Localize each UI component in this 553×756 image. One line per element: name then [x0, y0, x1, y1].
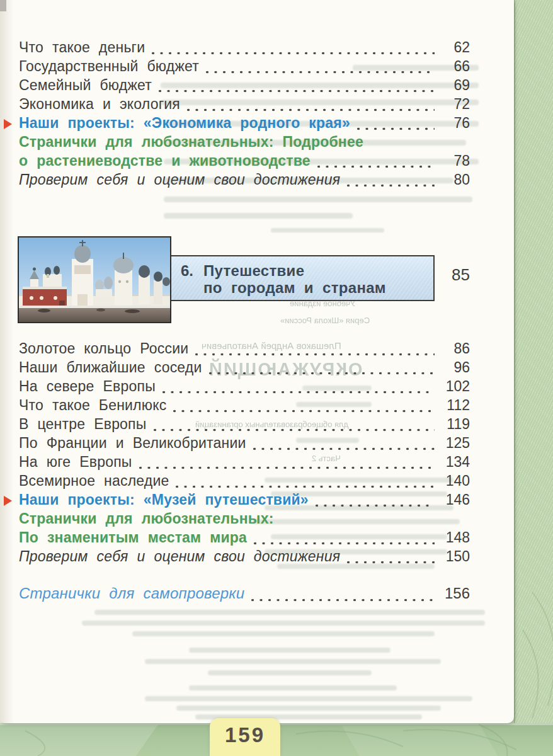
bleed-through-line: [82, 621, 485, 626]
toc-entry-row: о растениеводстве и животноводстве78: [19, 152, 470, 171]
bleed-through-line: [176, 706, 441, 711]
toc-entry-page: 62: [438, 39, 470, 56]
toc-entry-page: 80: [438, 171, 470, 188]
chapter-number: 6.: [181, 262, 203, 296]
bleed-through-line: [189, 648, 391, 653]
bleed-through-text: Серия «Школа России»: [280, 316, 370, 325]
dot-leader: [317, 164, 435, 169]
toc-entry-label: На юге Европы: [19, 454, 132, 471]
toc-section-1: Что такое деньги62Государственный бюджет…: [19, 39, 470, 190]
toc-entry-label: В центре Европы: [19, 416, 147, 433]
toc-entry-label: Семейный бюджет: [19, 77, 152, 94]
page-number: 159: [225, 723, 265, 747]
toc-section-2: Золотое кольцо России86Наши ближайшие со…: [19, 340, 470, 567]
dot-leader: [253, 541, 435, 546]
toc-entry-row: Наши ближайшие соседи96: [19, 359, 470, 378]
dot-leader: [158, 89, 435, 93]
chapter-title: Путешествие по городам и странам: [203, 262, 386, 296]
toc-entry-label: Наши ближайшие соседи: [19, 359, 202, 376]
toc-entry-row: В центре Европы119: [19, 416, 470, 435]
bleed-through-line: [208, 670, 372, 675]
scan-gutter-shade: [0, 0, 14, 723]
toc-entry-row: Семейный бюджет69: [19, 77, 470, 96]
dot-leader: [251, 598, 435, 602]
toc-entry-row: Наши проекты: «Экономика родного края»76: [19, 115, 470, 134]
dot-leader: [151, 51, 435, 55]
bleed-through-line: [132, 631, 435, 636]
bleed-through-line: [145, 659, 441, 664]
toc-entry-label: Всемирное наследие: [19, 472, 169, 490]
toc-entry-page: 148: [438, 529, 470, 546]
self-check-entry: Странички для самопроверки 156: [19, 585, 470, 605]
background-highlight: [0, 724, 158, 756]
green-background-strip: [514, 0, 553, 756]
dot-leader: [356, 127, 435, 131]
toc-entry-row: Проверим себя и оценим свои достижения15…: [19, 548, 470, 567]
toc-entry-page: 86: [438, 340, 470, 357]
toc-entry-row: На севере Европы102: [19, 378, 470, 397]
toc-entry-page: 119: [438, 416, 470, 433]
chapter-title-box: 6. Путешествие по городам и странам: [166, 255, 435, 301]
scanned-book-spread: Учебное издание Серия «Школа России» Пле…: [0, 0, 553, 756]
toc-entry-page: 112: [438, 397, 470, 414]
dot-leader: [346, 183, 435, 188]
red-arrow-marker: [4, 119, 12, 129]
dot-leader: [139, 466, 435, 470]
toc-entry-label: Проверим себя и оценим свои достижения: [19, 548, 340, 565]
toc-entry-label: Наши проекты: «Музей путешествий»: [19, 491, 309, 508]
toc-entry-page: 66: [438, 58, 470, 75]
toc-entry-page: 102: [438, 378, 470, 395]
toc-entry-label: Наши проекты: «Экономика родного края»: [19, 115, 350, 132]
toc-entry-row: Золотое кольцо России86: [19, 340, 470, 359]
toc-entry-row: Что такое Бенилюкс112: [19, 397, 470, 416]
toc-entry-page: 140: [438, 472, 470, 490]
toc-entry-row: Что такое деньги62: [19, 39, 470, 58]
toc-entry-label: Государственный бюджет: [19, 58, 199, 75]
dot-leader: [315, 503, 435, 508]
toc-entry-row: Странички для любознательных: Подробнее: [19, 134, 470, 152]
page-number-badge: 159: [210, 718, 280, 756]
dot-leader: [175, 484, 435, 489]
toc-entry-row: По Франции и Великобритании125: [19, 435, 470, 454]
toc-entry-page: 72: [438, 96, 470, 113]
chapter-title-line2: по городам и странам: [203, 279, 386, 296]
toc-entry-row: По знаменитым местам мира148: [19, 529, 470, 548]
chapter-title-line1: Путешествие: [203, 262, 386, 279]
scan-corner-artifact: [0, 0, 6, 11]
bleed-through-line: [271, 228, 384, 232]
self-check-label: Странички для самопроверки: [19, 585, 244, 602]
bleed-through-line: [94, 610, 485, 615]
dot-leader: [205, 70, 435, 74]
toc-entry-label: Странички для любознательных:: [19, 510, 274, 527]
toc-entry-page: 76: [438, 115, 470, 132]
toc-entry-page: 96: [438, 359, 470, 376]
toc-entry-row: Экономика и экология72: [19, 96, 470, 115]
toc-entry-row: Странички для любознательных:: [19, 510, 470, 529]
dot-leader: [208, 371, 435, 375]
dot-leader: [173, 409, 435, 413]
toc-entry-page: 134: [438, 454, 470, 471]
toc-entry-row: На юге Европы134: [19, 454, 470, 472]
toc-entry-row: Наши проекты: «Музей путешествий»146: [19, 491, 470, 510]
toc-entry-label: Экономика и экология: [19, 96, 180, 113]
toc-entry-label: Странички для любознательных: Подробнее: [19, 134, 363, 151]
dot-leader: [162, 390, 435, 394]
dot-leader: [195, 352, 435, 357]
bleed-through-line: [164, 197, 472, 202]
background-highlight: [342, 726, 503, 756]
toc-entry-label: о растениеводстве и животноводстве: [19, 152, 311, 169]
toc-entry-row: Проверим себя и оценим свои достижения80: [19, 171, 470, 190]
dot-leader: [253, 447, 435, 451]
self-check-page: 156: [438, 585, 470, 602]
toc-entry-label: Золотое кольцо России: [19, 340, 188, 357]
bleed-through-line: [145, 696, 472, 701]
chapter-photo-kremlin: [18, 236, 171, 323]
toc-entry-row: Государственный бюджет66: [19, 58, 470, 77]
toc-entry-page: 78: [438, 152, 470, 169]
bleed-through-line: [164, 213, 353, 219]
toc-entry-label: По знаменитым местам мира: [19, 529, 247, 546]
dot-leader: [346, 560, 435, 564]
toc-entry-label: Что такое Бенилюкс: [19, 397, 166, 414]
bleed-through-line: [189, 685, 397, 690]
toc-entry-page: 69: [438, 77, 470, 94]
